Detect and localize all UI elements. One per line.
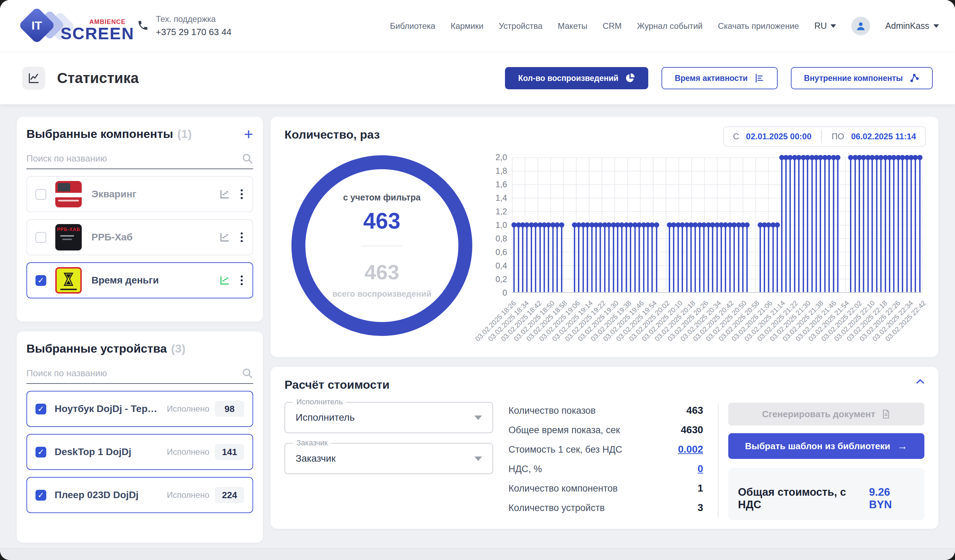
stem-data-point <box>781 158 783 292</box>
date-range-picker[interactable]: С 02.01.2025 00:00 ПО 06.02.2025 11:14 <box>723 126 926 147</box>
cost-actions: Сгенерировать документ Выбрать шаблон из… <box>728 402 924 521</box>
total-value: 463 <box>365 260 399 284</box>
stat-price-per-sec: Стоимость 1 сек, без НДС 0.002 <box>509 444 703 455</box>
nav-crm[interactable]: CRM <box>603 21 622 31</box>
device-row-player[interactable]: ✓ Плеер 023D DojDj Исполнено 224 <box>27 477 253 513</box>
nav-library[interactable]: Библиотека <box>390 21 435 31</box>
devices-search-input[interactable] <box>27 368 241 379</box>
stem-data-point <box>764 225 765 292</box>
choose-template-button[interactable]: Выбрать шаблон из библиотеки → <box>728 433 924 459</box>
stem-data-point <box>828 158 830 292</box>
y-tick-label: 1,8 <box>496 166 507 176</box>
stem-data-point <box>682 225 683 292</box>
checkbox-unchecked[interactable] <box>36 189 46 200</box>
page-title: Статистика <box>57 70 139 86</box>
stem-data-point <box>794 158 795 292</box>
stem-data-point <box>608 225 610 292</box>
internal-components-button[interactable]: Внутренние компоненты <box>791 67 933 89</box>
stem-data-point <box>543 225 545 292</box>
top-bar: IT AMBIENCE SCREEN Тех. поддержка +375 2… <box>0 0 955 52</box>
stem-data-point <box>678 225 679 292</box>
y-tick-label: 0 <box>503 288 507 298</box>
caret-down-icon <box>933 24 939 28</box>
devices-count: (3) <box>171 342 186 356</box>
donut-total-indicator: с учетом фильтра 463 463 всего воспроизв… <box>285 152 479 336</box>
executor-select[interactable]: Исполнитель Исполнитель <box>285 402 493 433</box>
stem-data-point <box>742 225 744 292</box>
checkbox-checked[interactable]: ✓ <box>36 447 46 457</box>
play-count-button[interactable]: Кол-во воспроизведений <box>505 67 648 89</box>
cost-stats: Количество показов 463 Общее время показ… <box>509 402 703 521</box>
components-search-input[interactable] <box>27 153 241 164</box>
nav-layouts[interactable]: Макеты <box>558 21 587 31</box>
device-name: DeskTop 1 DojDj <box>55 446 163 457</box>
kebab-menu-icon[interactable] <box>239 274 244 287</box>
checkbox-checked[interactable]: ✓ <box>36 404 46 415</box>
executed-label: Исполнено <box>167 404 209 414</box>
checkbox-checked[interactable]: ✓ <box>36 490 46 501</box>
stem-data-point <box>720 225 722 292</box>
stem-data-point <box>574 225 575 292</box>
stem-data-point <box>656 225 657 292</box>
date-to-value[interactable]: 06.02.2025 11:14 <box>851 132 916 141</box>
stem-data-point <box>880 158 881 292</box>
checkbox-checked[interactable]: ✓ <box>36 275 46 286</box>
stat-components-count: Количество компонентов 1 <box>509 482 703 494</box>
date-from-value[interactable]: 02.01.2025 00:00 <box>746 132 811 141</box>
stem-data-point <box>777 225 778 292</box>
generate-document-button[interactable]: Сгенерировать документ <box>728 402 924 426</box>
stem-data-point <box>729 225 731 292</box>
stem-data-point <box>789 158 791 292</box>
stem-data-point <box>669 225 670 292</box>
mini-chart-icon[interactable] <box>219 189 230 200</box>
stem-data-point <box>634 225 636 292</box>
search-icon <box>241 367 253 379</box>
stem-data-point <box>539 225 541 292</box>
kebab-menu-icon[interactable] <box>239 231 244 243</box>
stem-data-point <box>647 225 649 292</box>
executed-count-badge: 141 <box>215 444 244 460</box>
stem-data-point <box>604 225 606 292</box>
filtered-value: 463 <box>363 208 401 234</box>
component-row-ekvaring[interactable]: Экваринг <box>27 176 253 212</box>
arrow-right-icon: → <box>897 440 908 452</box>
language-switcher[interactable]: RU <box>814 21 836 31</box>
component-row-rrb-hub[interactable]: РРБ-ХАБ РРБ-Хаб <box>27 219 253 255</box>
stem-data-point <box>725 225 726 292</box>
nav-devices[interactable]: Устройства <box>499 21 543 31</box>
bar-chart-icon <box>754 73 764 83</box>
checkbox-unchecked[interactable] <box>36 232 46 243</box>
mini-chart-icon[interactable] <box>219 232 230 243</box>
donut-ring: с учетом фильтра 463 463 всего воспроизв… <box>291 155 472 336</box>
devices-panel-title: Выбранные устройства <box>27 342 167 356</box>
support-phone[interactable]: +375 29 170 63 44 <box>156 27 232 37</box>
total-label: всего воспроизведений <box>332 289 432 299</box>
app-window: IT AMBIENCE SCREEN Тех. поддержка +375 2… <box>0 0 955 560</box>
stem-data-point <box>837 158 839 292</box>
app-logo[interactable]: IT AMBIENCE SCREEN <box>16 5 131 47</box>
device-row-notebook[interactable]: ✓ Ноутбук DojDj - Терминал... Исполнено … <box>27 391 253 427</box>
stem-data-point <box>630 225 631 292</box>
stem-data-point <box>772 225 774 292</box>
nav-download-app[interactable]: Скачать приложение <box>718 21 799 31</box>
nav-karmiki[interactable]: Кармики <box>451 21 484 31</box>
selected-devices-panel: Выбранные устройства (3) ✓ Ноутбук DojDj… <box>17 331 263 543</box>
kebab-menu-icon[interactable] <box>239 188 244 200</box>
stem-data-point <box>651 225 653 292</box>
component-row-vremya-dengi[interactable]: ✓ Время деньги <box>27 262 253 298</box>
device-row-desktop[interactable]: ✓ DeskTop 1 DojDj Исполнено 141 <box>27 434 253 470</box>
add-component-button[interactable]: + <box>244 128 253 140</box>
nav-event-log[interactable]: Журнал событий <box>637 21 703 31</box>
activity-time-button[interactable]: Время активности <box>661 67 778 89</box>
caret-down-icon <box>474 415 482 420</box>
stem-data-point <box>643 225 644 292</box>
support-label: Тех. поддержка <box>156 14 232 24</box>
stem-data-point <box>833 158 834 292</box>
avatar[interactable] <box>852 17 870 36</box>
stem-data-point <box>518 225 519 292</box>
user-menu[interactable]: AdminKass <box>885 21 939 31</box>
mini-chart-icon-active[interactable] <box>219 275 230 286</box>
collapse-chevron-up-icon[interactable] <box>914 375 927 389</box>
customer-select[interactable]: Заказчик Заказчик <box>285 443 493 474</box>
stem-data-point <box>898 158 899 292</box>
